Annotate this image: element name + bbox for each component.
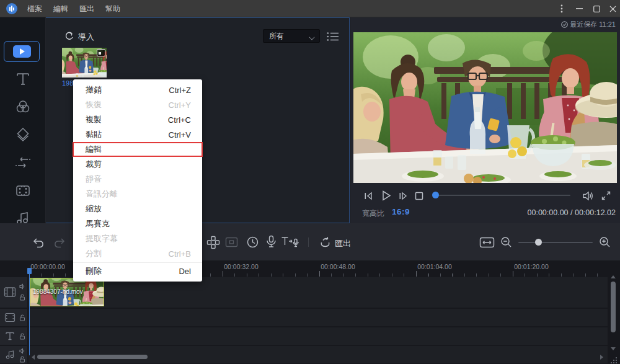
close-button[interactable] bbox=[604, 0, 620, 17]
voiceover-mic-button[interactable] bbox=[266, 235, 277, 251]
import-button[interactable]: 導入 bbox=[78, 32, 94, 43]
undo-button[interactable] bbox=[32, 236, 46, 251]
aspect-ratio-label: 寬高比 bbox=[362, 208, 384, 219]
overlay-track-head[interactable] bbox=[0, 309, 27, 326]
hscroll-left-arrow[interactable] bbox=[32, 355, 35, 360]
chevron-down-icon bbox=[309, 34, 314, 40]
text-tool-icon bbox=[17, 74, 29, 84]
volume-icon[interactable] bbox=[581, 189, 595, 205]
menu-item-undo[interactable]: 撤銷Ctrl+Z bbox=[73, 82, 202, 97]
recently-saved-status: 最近保存 11:21 bbox=[459, 20, 616, 29]
clip-name-label: 19884307-hd.mov bbox=[33, 288, 83, 295]
overlay-track-lane[interactable] bbox=[29, 309, 608, 326]
context-menu: 撤銷Ctrl+Z 恢復Ctrl+Y 複製Ctrl+C 黏貼Ctrl+V 編輯 裁… bbox=[73, 79, 202, 282]
menu-edit[interactable]: 編輯 bbox=[47, 0, 74, 17]
text-to-speech-button[interactable] bbox=[281, 236, 299, 251]
maximize-button[interactable] bbox=[588, 0, 605, 17]
text-track-icon bbox=[5, 331, 15, 341]
menu-item-mute: 靜音 bbox=[73, 172, 202, 187]
menu-file[interactable]: 檔案 bbox=[21, 0, 48, 17]
ruler-label: 00:00:32.00 bbox=[224, 263, 258, 270]
title-bar: 檔案 編輯 匯出 幫助 bbox=[0, 0, 620, 17]
sidebar-item-media[interactable] bbox=[4, 41, 40, 62]
menu-item-redo: 恢復Ctrl+Y bbox=[73, 97, 202, 112]
vertical-scrollbar[interactable] bbox=[611, 282, 616, 332]
ruler-label: 00:00:00.00 bbox=[30, 263, 64, 270]
ruler-label: 00:01:20.00 bbox=[514, 263, 548, 270]
vscroll-down-arrow[interactable] bbox=[611, 347, 616, 350]
hscroll-right-arrow[interactable] bbox=[600, 355, 603, 360]
menu-item-zoom[interactable]: 縮放 bbox=[73, 202, 202, 216]
zoom-in-button[interactable] bbox=[599, 236, 611, 251]
horizontal-scrollbar[interactable] bbox=[37, 355, 148, 359]
sidebar-item-overlays[interactable] bbox=[14, 126, 32, 143]
timeline-clip[interactable]: 19884307-hd.mov bbox=[30, 278, 104, 306]
film-strip-icon bbox=[4, 286, 16, 298]
track-lock-icon[interactable] bbox=[19, 356, 25, 363]
play-button[interactable] bbox=[379, 189, 393, 205]
timeline-zoom-handle[interactable] bbox=[535, 239, 542, 246]
track-volume-icon[interactable] bbox=[19, 283, 25, 290]
menu-item-audio-detach: 音訊分離 bbox=[73, 187, 202, 202]
track-lock-icon[interactable] bbox=[19, 314, 25, 321]
fit-timeline-button[interactable] bbox=[479, 237, 495, 251]
media-filter-dropdown[interactable]: 所有 bbox=[263, 29, 320, 43]
redo-button[interactable] bbox=[52, 236, 66, 251]
menu-item-delete[interactable]: 刪除Del bbox=[73, 262, 202, 278]
ruler-label: 00:01:04.00 bbox=[417, 263, 451, 270]
text-track-head[interactable] bbox=[0, 327, 27, 345]
minimize-button[interactable] bbox=[570, 0, 588, 17]
ruler-label: 00:00:48.00 bbox=[321, 263, 355, 270]
mosaic-tool-button[interactable] bbox=[225, 237, 238, 250]
app-window: 檔案 編輯 匯出 幫助 bbox=[0, 0, 620, 364]
more-vertical-icon[interactable] bbox=[553, 0, 570, 17]
stop-button[interactable] bbox=[414, 190, 425, 204]
vscroll-up-arrow[interactable] bbox=[611, 275, 616, 278]
menu-item-edit[interactable]: 編輯 bbox=[73, 142, 202, 157]
next-frame-button[interactable] bbox=[397, 190, 409, 205]
timeline-zoom-slider[interactable] bbox=[518, 242, 593, 243]
sidebar-item-transitions[interactable] bbox=[14, 154, 32, 171]
media-play-icon bbox=[13, 45, 31, 58]
music-track-head[interactable] bbox=[0, 346, 27, 363]
text-track-lane[interactable] bbox=[29, 327, 608, 345]
menu-item-split: 分割Ctrl+B bbox=[73, 246, 202, 261]
music-note-icon bbox=[21, 213, 27, 222]
music-track-icon bbox=[5, 350, 16, 360]
video-track-lane[interactable] bbox=[29, 277, 608, 308]
menu-item-copy[interactable]: 複製Ctrl+C bbox=[73, 112, 202, 127]
preview-video[interactable] bbox=[353, 32, 617, 183]
elements-film-icon bbox=[17, 186, 29, 195]
sidebar-item-elements[interactable] bbox=[14, 182, 32, 199]
seek-handle[interactable] bbox=[432, 192, 439, 198]
menu-help[interactable]: 幫助 bbox=[99, 0, 126, 17]
export-button[interactable]: 匯出 bbox=[335, 238, 351, 249]
split-tool-button[interactable] bbox=[206, 236, 220, 252]
menu-export[interactable]: 匯出 bbox=[73, 0, 100, 17]
export-icon[interactable] bbox=[319, 236, 332, 251]
add-to-timeline-icon[interactable] bbox=[97, 49, 105, 56]
track-lock-icon[interactable] bbox=[19, 294, 25, 301]
sidebar bbox=[0, 17, 46, 223]
zoom-out-button[interactable] bbox=[500, 236, 512, 251]
menu-item-paste[interactable]: 黏貼Ctrl+V bbox=[73, 127, 202, 142]
menu-item-crop[interactable]: 裁剪 bbox=[73, 157, 202, 172]
seek-bar[interactable] bbox=[434, 195, 570, 196]
transitions-arrows-icon bbox=[20, 158, 28, 161]
prev-frame-button[interactable] bbox=[362, 190, 374, 205]
video-track-head[interactable] bbox=[0, 277, 27, 308]
sidebar-item-filters[interactable] bbox=[14, 98, 32, 115]
menu-item-mosaic[interactable]: 馬賽克 bbox=[73, 216, 202, 231]
fullscreen-icon[interactable] bbox=[600, 190, 612, 204]
preview-timecode: 00:00:00.00 / 00:00:12.02 bbox=[428, 208, 616, 217]
sidebar-item-text[interactable] bbox=[14, 70, 32, 87]
overlay-track-icon bbox=[4, 313, 16, 322]
track-lock-icon[interactable] bbox=[19, 333, 25, 340]
resize-grip[interactable] bbox=[611, 355, 618, 364]
menu-item-extract-subtitle: 提取字幕 bbox=[73, 231, 202, 246]
saved-check-icon bbox=[561, 21, 568, 28]
track-volume-icon[interactable] bbox=[19, 348, 25, 354]
duration-tool-button[interactable] bbox=[246, 236, 259, 251]
list-view-icon[interactable] bbox=[327, 32, 339, 44]
aspect-ratio-value[interactable]: 16:9 bbox=[392, 207, 410, 216]
